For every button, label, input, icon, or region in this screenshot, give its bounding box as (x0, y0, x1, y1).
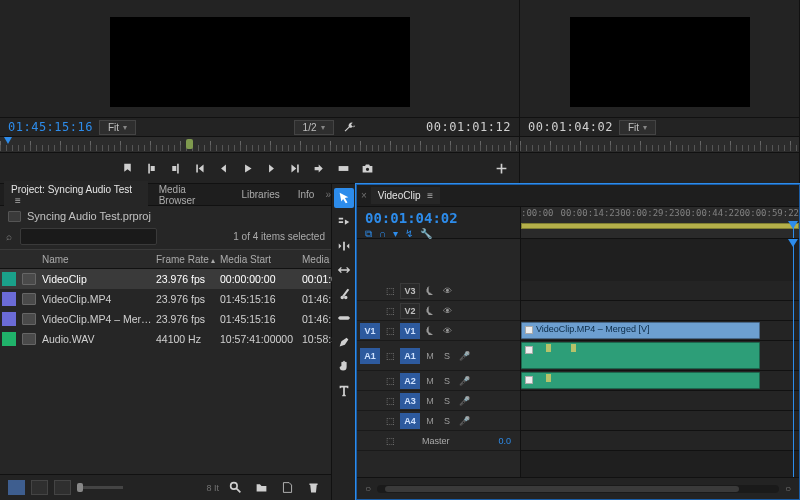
voice-over-icon[interactable]: 🎤 (457, 394, 471, 408)
circle-icon[interactable]: ○ (785, 483, 791, 494)
toggle-output-icon[interactable]: ⏾ (423, 284, 437, 298)
track-target[interactable]: V2 (400, 303, 420, 319)
lane-v3[interactable] (521, 281, 799, 301)
project-row[interactable]: Audio.WAV 44100 Hz 10:57:41:00000 10:58:… (0, 329, 331, 349)
mute-button[interactable]: M (423, 394, 437, 408)
lane-a2[interactable] (521, 371, 799, 391)
source-out-timecode[interactable]: 00:01:01:12 (366, 120, 512, 134)
lane-a1[interactable] (521, 341, 799, 371)
thumbnail-zoom-slider[interactable] (77, 486, 123, 489)
timeline-playhead[interactable] (793, 221, 794, 238)
mute-button[interactable]: M (423, 374, 437, 388)
go-to-out-button[interactable] (286, 159, 306, 177)
track-header-a3[interactable]: ⬚ A3 M S 🎤 (357, 391, 520, 411)
col-media-start[interactable]: Media Start (220, 254, 300, 265)
fx-badge-icon[interactable] (525, 346, 533, 354)
lock-icon[interactable]: ⬚ (383, 304, 397, 318)
tab-sequence[interactable]: VideoClip ≡ (371, 187, 440, 204)
eye-icon[interactable]: 👁 (440, 284, 454, 298)
panel-menu-icon[interactable]: ≡ (15, 195, 21, 206)
track-header-master[interactable]: ⬚ Master 0.0 (357, 431, 520, 451)
source-fit-dropdown[interactable]: Fit▾ (99, 120, 136, 135)
export-frame-button[interactable] (358, 159, 378, 177)
lock-icon[interactable]: ⬚ (383, 434, 397, 448)
voice-over-icon[interactable]: 🎤 (457, 374, 471, 388)
mute-button[interactable]: M (423, 349, 437, 363)
new-item-button[interactable] (277, 479, 297, 497)
source-playhead[interactable] (4, 137, 12, 144)
master-value[interactable]: 0.0 (498, 436, 511, 446)
track-target[interactable]: V1 (400, 323, 420, 339)
col-framerate[interactable]: Frame Rate▴ (156, 254, 218, 265)
step-fwd-button[interactable] (262, 159, 282, 177)
tab-libraries[interactable]: Libraries (234, 186, 286, 203)
source-in-timecode[interactable]: 01:45:15:16 (8, 120, 93, 134)
program-fit-dropdown[interactable]: Fit▾ (619, 120, 656, 135)
tool-hand[interactable] (334, 356, 354, 376)
solo-button[interactable]: S (440, 394, 454, 408)
track-target[interactable]: A1 (400, 348, 420, 364)
lane-a4[interactable] (521, 411, 799, 431)
tab-media-browser[interactable]: Media Browser (152, 181, 231, 209)
tab-info[interactable]: Info (291, 186, 322, 203)
track-header-a4[interactable]: ⬚ A4 M S 🎤 (357, 411, 520, 431)
find-button[interactable] (225, 479, 245, 497)
label-swatch[interactable] (2, 292, 16, 306)
project-search-input[interactable] (20, 228, 157, 245)
program-viewport[interactable] (520, 0, 799, 117)
fx-badge-icon[interactable] (525, 326, 533, 334)
freeform-view-button[interactable] (54, 480, 71, 495)
source-ruler[interactable] (0, 137, 519, 153)
lock-icon[interactable]: ⬚ (383, 394, 397, 408)
source-resolution-dropdown[interactable]: 1/2▾ (294, 120, 334, 135)
tool-rate-stretch[interactable] (334, 260, 354, 280)
program-timecode[interactable]: 00:01:04:02 (528, 120, 613, 134)
insert-button[interactable] (310, 159, 330, 177)
track-target[interactable]: V3 (400, 283, 420, 299)
mark-in-button[interactable] (142, 159, 162, 177)
play-button[interactable] (238, 159, 258, 177)
track-header-v3[interactable]: ⬚ V3 ⏾ 👁 (357, 281, 520, 301)
clip-marker-icon[interactable] (546, 344, 551, 352)
track-area[interactable]: VideoClip.MP4 – Merged [V] (521, 239, 799, 477)
mark-out-button[interactable] (166, 159, 186, 177)
voice-over-icon[interactable]: 🎤 (457, 414, 471, 428)
col-name[interactable]: Name (42, 254, 154, 265)
fx-badge-icon[interactable] (525, 376, 533, 384)
step-back-button[interactable] (214, 159, 234, 177)
settings-button[interactable] (340, 118, 360, 136)
eye-icon[interactable]: 👁 (440, 324, 454, 338)
toggle-output-icon[interactable]: ⏾ (423, 324, 437, 338)
mute-button[interactable]: M (423, 414, 437, 428)
clip-audio[interactable] (521, 372, 760, 389)
icon-view-button[interactable] (31, 480, 48, 495)
new-bin-button[interactable] (251, 479, 271, 497)
project-row[interactable]: VideoClip.MP4 – Merged 23.976 fps 01:45:… (0, 309, 331, 329)
lock-icon[interactable]: ⬚ (383, 349, 397, 363)
solo-button[interactable]: S (440, 374, 454, 388)
lock-icon[interactable]: ⬚ (383, 414, 397, 428)
voice-over-icon[interactable]: 🎤 (457, 349, 471, 363)
delete-button[interactable] (303, 479, 323, 497)
source-viewport[interactable] (0, 0, 519, 117)
work-area-bar[interactable] (521, 223, 799, 229)
eye-icon[interactable]: 👁 (440, 304, 454, 318)
tool-slip[interactable] (334, 308, 354, 328)
lane-v1[interactable]: VideoClip.MP4 – Merged [V] (521, 321, 799, 341)
clip-marker-icon[interactable] (571, 344, 576, 352)
panel-menu-icon[interactable]: ≡ (427, 190, 433, 201)
circle-icon[interactable]: ○ (365, 483, 371, 494)
tool-track-select[interactable] (334, 212, 354, 232)
tool-pen[interactable] (334, 332, 354, 352)
timeline-h-scrollbar[interactable] (377, 485, 779, 493)
label-swatch[interactable] (2, 272, 16, 286)
sequence-timecode[interactable]: 00:01:04:02 (365, 210, 512, 226)
button-editor[interactable] (491, 159, 511, 177)
track-header-a1[interactable]: A1 ⬚ A1 M S 🎤 (357, 341, 520, 371)
clip-video[interactable]: VideoClip.MP4 – Merged [V] (521, 322, 760, 339)
tool-selection[interactable] (334, 188, 354, 208)
tool-ripple-edit[interactable] (334, 236, 354, 256)
toggle-output-icon[interactable]: ⏾ (423, 304, 437, 318)
source-patch[interactable]: A1 (360, 348, 380, 364)
label-swatch[interactable] (2, 332, 16, 346)
